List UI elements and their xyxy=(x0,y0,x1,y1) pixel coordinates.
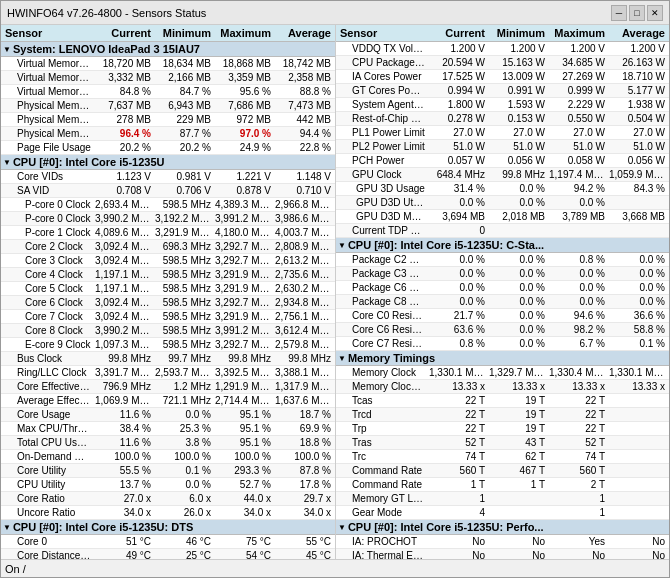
current-val: 55.5 % xyxy=(93,465,153,476)
max-val: 2,714.4 MHz xyxy=(213,395,273,406)
max-val: 3,292.7 MHz xyxy=(213,339,273,350)
sensor-name: P-core 1 Clock xyxy=(3,227,93,238)
sensor-name: Core C0 Residency xyxy=(338,310,427,321)
table-row: Core Effective Clocks 796.9 MHz 1.2 MHz … xyxy=(1,380,335,394)
main-window: HWINFO64 v7.26-4800 - Sensors Status ─ □… xyxy=(0,0,670,578)
max-val: 0.0 % xyxy=(547,197,607,208)
max-val: 54 °C xyxy=(213,550,273,559)
avg-val: 17.8 % xyxy=(273,479,333,490)
minimize-button[interactable]: ─ xyxy=(611,5,627,21)
max-val: 24.9 % xyxy=(213,142,273,153)
sensor-name: Current TDP Level xyxy=(338,225,427,236)
max-val: 75 °C xyxy=(213,536,273,547)
table-row: PL2 Power Limit 51.0 W 51.0 W 51.0 W 51.… xyxy=(336,140,669,154)
close-button[interactable]: ✕ xyxy=(647,5,663,21)
sensor-name: Package C2 Residency xyxy=(338,254,427,265)
cpu-section-header[interactable]: ▼ CPU [#0]: Intel Core i5-1235U xyxy=(1,155,335,170)
min-val: 0.0 % xyxy=(153,409,213,420)
memory-timings-section-header[interactable]: ▼ Memory Timings xyxy=(336,351,669,366)
max-val: 0.8 % xyxy=(547,254,607,265)
sensor-name: Virtual Memory Committed xyxy=(3,58,93,69)
max-val: 0.0 % xyxy=(547,268,607,279)
current-val: 2,693.4 MHz xyxy=(93,199,153,210)
window-controls: ─ □ ✕ xyxy=(611,5,663,21)
right-header: Sensor Current Minimum Maximum Average xyxy=(336,25,669,42)
minimum-col-header-r: Minimum xyxy=(487,26,547,40)
current-val: 21.7 % xyxy=(427,310,487,321)
max-val: 0.0 % xyxy=(547,296,607,307)
min-val: 51.0 W xyxy=(487,141,547,152)
table-row: Core 8 Clock 3,990.2 MHz 598.5 MHz 3,991… xyxy=(1,324,335,338)
current-val: 3,391.7 MHz xyxy=(93,367,153,378)
avg-val: 3,986.6 MHz xyxy=(273,213,333,224)
table-row: P-core 0 Clock 3,990.2 MHz 3,192.2 MHz 3… xyxy=(1,212,335,226)
avg-val: 34.0 x xyxy=(273,507,333,518)
table-row: Rest-of-Chip Power 0.278 W 0.153 W 0.550… xyxy=(336,112,669,126)
max-val: 34.0 x xyxy=(213,507,273,518)
current-val: 34.0 x xyxy=(93,507,153,518)
sensor-name: E-core 9 Clock xyxy=(3,339,93,350)
table-row: P-core 0 Clock 2,693.4 MHz 598.5 MHz 4,3… xyxy=(1,198,335,212)
avg-val: 0.0 % xyxy=(607,282,667,293)
sensor-name: GPU Clock xyxy=(338,169,427,180)
table-row: Memory GT Limit Iterations 1 1 xyxy=(336,492,669,506)
min-val: 87.7 % xyxy=(153,128,213,139)
avg-val: 100.0 % xyxy=(273,451,333,462)
left-header: Sensor Current Minimum Maximum Average xyxy=(1,25,335,42)
table-row: Trc 74 T 62 T 74 T xyxy=(336,450,669,464)
avg-val: 18.710 W xyxy=(607,71,667,82)
cpu-perf-section-header[interactable]: ▼ CPU [#0]: Intel Core i5-1235U: Perfo..… xyxy=(336,520,669,535)
cpu-section-label: CPU [#0]: Intel Core i5-1235U xyxy=(13,156,165,168)
table-row: Trcd 22 T 19 T 22 T xyxy=(336,408,669,422)
avg-val: 55 °C xyxy=(273,536,333,547)
min-val: 0.981 V xyxy=(153,171,213,182)
sensor-name: Tras xyxy=(338,437,427,448)
avg-val: 3,668 MB xyxy=(607,211,667,222)
max-val: 3,292.7 MHz xyxy=(213,255,273,266)
max-val: 34.685 W xyxy=(547,57,607,68)
max-val: 0.878 V xyxy=(213,185,273,196)
sensor-name: Core Utility xyxy=(3,465,93,476)
max-val: 95.1 % xyxy=(213,423,273,434)
collapse-arrow: ▼ xyxy=(3,158,11,167)
avg-val: 45 °C xyxy=(273,550,333,559)
sensor-name: Core 6 Clock xyxy=(3,297,93,308)
table-row: IA: Thermal Event No No No No xyxy=(336,549,669,559)
min-val: 20.2 % xyxy=(153,142,213,153)
system-section-header[interactable]: ▼ System: LENOVO IdeaPad 3 15IAU7 xyxy=(1,42,335,57)
sensor-name: Bus Clock xyxy=(3,353,93,364)
max-val: 3,392.5 MHz xyxy=(213,367,273,378)
max-val: 1 xyxy=(547,507,607,518)
max-val: 97.0 % xyxy=(213,128,273,139)
table-row: P-core 1 Clock 4,089.6 MHz 3,291.9 MHz 4… xyxy=(1,226,335,240)
status-text: On / xyxy=(5,563,26,575)
avg-val: 87.8 % xyxy=(273,465,333,476)
sensor-name: Package C6 Residency xyxy=(338,282,427,293)
sensor-name: Core C7 Residency xyxy=(338,338,427,349)
current-val: 1,197.1 MHz xyxy=(93,269,153,280)
current-val: 1,330.1 MHz xyxy=(427,367,487,378)
avg-val: 1,330.1 MHz xyxy=(607,367,667,378)
current-val: 11.6 % xyxy=(93,409,153,420)
current-val: 0.0 % xyxy=(427,254,487,265)
max-val: Yes xyxy=(547,536,607,547)
table-row: Tras 52 T 43 T 52 T xyxy=(336,436,669,450)
min-val: 0.0 % xyxy=(487,254,547,265)
sensor-name: Package C8 Residency xyxy=(338,296,427,307)
max-val: 1,291.9 MHz xyxy=(213,381,273,392)
avg-val: 3,388.1 MHz xyxy=(273,367,333,378)
table-row: Ring/LLC Clock 3,391.7 MHz 2,593.7 MHz 3… xyxy=(1,366,335,380)
max-val: 22 T xyxy=(547,409,607,420)
current-val: 0.0 % xyxy=(427,296,487,307)
table-row: Core 3 Clock 3,092.4 MHz 598.5 MHz 3,292… xyxy=(1,254,335,268)
min-val: 0.706 V xyxy=(153,185,213,196)
avg-val: 2,808.9 MHz xyxy=(273,241,333,252)
cpu-cstate-section-header[interactable]: ▼ CPU [#0]: Intel Core i5-1235U: C-Sta..… xyxy=(336,238,669,253)
cpu-dts-section-header[interactable]: ▼ CPU [#0]: Intel Core i5-1235U: DTS xyxy=(1,520,335,535)
max-val: 3,991.2 MHz xyxy=(213,213,273,224)
table-row: Command Rate 560 T 467 T 560 T xyxy=(336,464,669,478)
avg-val: 99.8 MHz xyxy=(273,353,333,364)
min-val: 19 T xyxy=(487,395,547,406)
table-row: Core C6 Residency 63.6 % 0.0 % 98.2 % 58… xyxy=(336,323,669,337)
maximize-button[interactable]: □ xyxy=(629,5,645,21)
